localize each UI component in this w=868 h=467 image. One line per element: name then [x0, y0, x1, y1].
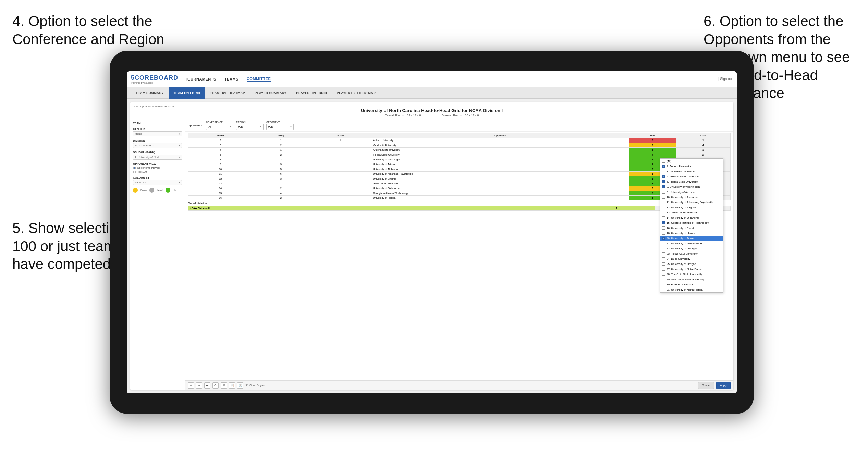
- dropdown-item[interactable]: 27. University of Notre Dame: [660, 267, 723, 272]
- checkbox[interactable]: [662, 247, 665, 250]
- td-rank: 6: [188, 152, 253, 157]
- dropdown-item[interactable]: 18. University of Illinois: [660, 231, 723, 236]
- back-btn[interactable]: ⬅: [204, 382, 210, 389]
- division-select[interactable]: NCAA Division I: [133, 143, 182, 148]
- dropdown-item[interactable]: 31. University of North Florida: [660, 287, 723, 292]
- dropdown-item[interactable]: 22. University of Georgia: [660, 246, 723, 251]
- checkbox[interactable]: [662, 262, 665, 266]
- td-rank: 2: [188, 138, 253, 143]
- card-content-wrap: Opponents: Conference (All) Region (All)…: [185, 119, 733, 390]
- checkbox[interactable]: [662, 206, 665, 209]
- dropdown-item[interactable]: 20. University of Texas: [660, 236, 723, 241]
- checkbox[interactable]: [662, 211, 665, 214]
- checkbox[interactable]: [662, 165, 665, 168]
- checkbox[interactable]: [662, 170, 665, 173]
- region-select[interactable]: (All): [236, 124, 264, 130]
- radio-top100[interactable]: Top 100: [133, 170, 182, 173]
- dropdown-item[interactable]: 28. The Ohio State University: [660, 272, 723, 277]
- dropdown-item[interactable]: 14. University of Oklahoma: [660, 215, 723, 220]
- subnav-player-h2h-grid[interactable]: PLAYER H2H GRID: [291, 87, 332, 99]
- checkbox[interactable]: [662, 175, 665, 178]
- dropdown-item[interactable]: 30. Purdue University: [660, 282, 723, 287]
- opponent-view-label: Opponent View: [133, 162, 182, 165]
- table-row: 2 1 1 Auburn University 2 1: [188, 138, 731, 143]
- colour-by-select[interactable]: Win/Loss: [133, 180, 182, 185]
- checkbox[interactable]: [662, 237, 665, 240]
- td-rank: 9: [188, 162, 253, 167]
- checkbox[interactable]: [662, 191, 665, 194]
- dropdown-item-label: 8. University of Washington: [667, 185, 700, 188]
- checkbox[interactable]: [662, 232, 665, 235]
- dropdown-item[interactable]: 23. Texas A&M University: [660, 251, 723, 256]
- checkbox[interactable]: [662, 196, 665, 199]
- subnav-h2h-grid[interactable]: TEAM H2H GRID: [169, 87, 205, 99]
- dropdown-item[interactable]: 11. University of Arkansas, Fayetteville: [660, 200, 723, 205]
- nav-committee[interactable]: COMMITTEE: [247, 77, 271, 82]
- checkbox[interactable]: [662, 252, 665, 255]
- redo-btn[interactable]: ↪: [196, 382, 202, 389]
- card-header: Last Updated: 4/7/2024 16:55:38 Universi…: [130, 102, 733, 119]
- table-row: 8 2 University of Washington 1 0: [188, 157, 731, 162]
- subnav-player-h2h-heatmap[interactable]: PLAYER H2H HEATMAP: [332, 87, 380, 99]
- checkbox[interactable]: [662, 268, 665, 271]
- subnav-team-summary[interactable]: TEAM SUMMARY: [131, 87, 169, 99]
- dropdown-item[interactable]: 29. San Diego State University: [660, 277, 723, 282]
- table-header-row: #Rank #Reg #Conf Opponent Win Loss: [188, 133, 731, 138]
- school-select[interactable]: 1. University of Nort...: [133, 155, 182, 160]
- checkbox[interactable]: [662, 180, 665, 183]
- checkbox[interactable]: [662, 288, 665, 291]
- dropdown-item[interactable]: 10. University of Alabama: [660, 195, 723, 200]
- table-row: 6 2 Florida State University 4 2: [188, 152, 731, 157]
- dropdown-item-label: 21. University of New Mexico: [667, 242, 702, 245]
- copy-btn[interactable]: ⧉: [221, 382, 227, 389]
- dropdown-item[interactable]: 24. Duke University: [660, 256, 723, 261]
- cancel-button[interactable]: Cancel: [698, 382, 714, 389]
- refresh-btn[interactable]: ⟳: [212, 382, 219, 389]
- dropdown-item[interactable]: 2. Auburn University: [660, 164, 723, 169]
- paste-btn[interactable]: 📋: [229, 382, 235, 389]
- dropdown-item[interactable]: (All): [660, 159, 723, 164]
- undo-btn[interactable]: ↩: [188, 382, 194, 389]
- checkbox[interactable]: [662, 221, 665, 224]
- sign-out[interactable]: | Sign out: [718, 77, 733, 81]
- checkbox[interactable]: [662, 257, 665, 260]
- dropdown-item[interactable]: 4. Arizona State University: [660, 174, 723, 179]
- td-win: 4: [629, 152, 676, 157]
- dropdown-item[interactable]: 3. Vanderbilt University: [660, 169, 723, 174]
- checkbox[interactable]: [662, 160, 665, 163]
- opponent-select[interactable]: (All): [266, 124, 294, 130]
- dropdown-item[interactable]: 12. University of Virginia: [660, 205, 723, 210]
- gender-select[interactable]: Men's: [133, 131, 182, 136]
- nav-teams[interactable]: TEAMS: [224, 77, 239, 81]
- nav-tournaments[interactable]: TOURNAMENTS: [185, 77, 216, 81]
- td-loss: 1: [676, 138, 730, 143]
- dropdown-item[interactable]: 8. University of Washington: [660, 184, 723, 189]
- checkbox[interactable]: [662, 278, 665, 281]
- apply-button[interactable]: Apply: [716, 382, 731, 389]
- subnav-player-summary[interactable]: PLAYER SUMMARY: [250, 87, 291, 99]
- dropdown-item[interactable]: 9. University of Arizona: [660, 189, 723, 195]
- checkbox[interactable]: [662, 201, 665, 204]
- dropdown-item[interactable]: 25. University of Oregon: [660, 261, 723, 267]
- division-record: Division Record: 88 - 17 - 0: [442, 114, 479, 117]
- td-loss: 4: [676, 143, 730, 148]
- td-reg: 3: [253, 162, 309, 167]
- clock-btn[interactable]: 🕐: [237, 382, 243, 389]
- checkbox[interactable]: [662, 226, 665, 230]
- checkbox[interactable]: [662, 273, 665, 276]
- dropdown-item[interactable]: 16. University of Florida: [660, 225, 723, 231]
- dropdown-item[interactable]: 15. Georgia Institute of Technology: [660, 220, 723, 225]
- checkbox[interactable]: [662, 185, 665, 188]
- checkbox[interactable]: [662, 283, 665, 286]
- opponent-dropdown[interactable]: (All)2. Auburn University3. Vanderbilt U…: [660, 158, 723, 293]
- checkbox[interactable]: [662, 216, 665, 219]
- school-section: School (Rank) 1. University of Nort...: [133, 151, 182, 160]
- subnav-h2h-heatmap[interactable]: TEAM H2H HEATMAP: [205, 87, 250, 99]
- dropdown-item[interactable]: 6. Florida State University: [660, 179, 723, 184]
- dropdown-item[interactable]: 21. University of New Mexico: [660, 241, 723, 246]
- conference-select[interactable]: (All): [206, 124, 233, 130]
- checkbox[interactable]: [662, 242, 665, 245]
- radio-opponents-played[interactable]: Opponents Played: [133, 166, 182, 169]
- team-section: Team: [133, 122, 182, 125]
- dropdown-item[interactable]: 13. Texas Tech University: [660, 210, 723, 215]
